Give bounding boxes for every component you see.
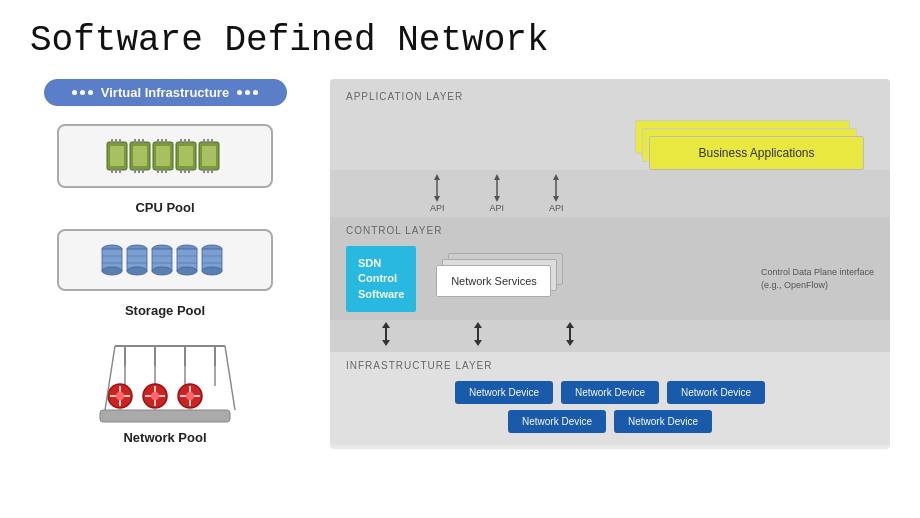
svg-rect-33	[202, 146, 216, 166]
vi-label: Virtual Infrastructure	[101, 85, 229, 100]
svg-marker-105	[474, 322, 482, 328]
svg-rect-6	[115, 169, 117, 173]
svg-rect-26	[180, 139, 182, 143]
network-device-4[interactable]: Network Device	[508, 410, 606, 433]
svg-rect-11	[138, 139, 140, 143]
banner-dots-right	[237, 90, 258, 95]
svg-rect-25	[179, 146, 193, 166]
infra-layer: INFRASTRUCTURE LAYER Network Device Netw…	[330, 352, 890, 445]
banner-dots-left	[72, 90, 93, 95]
network-pool-label: Network Pool	[123, 430, 206, 445]
cpu-pool-label: CPU Pool	[135, 200, 194, 215]
svg-marker-103	[382, 340, 390, 346]
svg-marker-108	[566, 322, 574, 328]
double-arrow-area	[376, 322, 396, 350]
svg-rect-18	[157, 139, 159, 143]
svg-rect-4	[119, 139, 121, 143]
network-device-5[interactable]: Network Device	[614, 410, 712, 433]
svg-marker-99	[553, 174, 559, 180]
svg-rect-21	[157, 169, 159, 173]
network-devices-row-1: Network Device Network Device Network De…	[346, 381, 874, 404]
svg-rect-22	[161, 169, 163, 173]
cpu-pool-box	[57, 124, 273, 188]
network-device-1[interactable]: Network Device	[455, 381, 553, 404]
virtual-infrastructure-banner: Virtual Infrastructure	[44, 79, 287, 106]
svg-rect-27	[184, 139, 186, 143]
content-area: Virtual Infrastructure	[30, 79, 890, 459]
svg-rect-2	[111, 139, 113, 143]
svg-rect-23	[165, 169, 167, 173]
svg-rect-17	[156, 146, 170, 166]
double-arrow-area-2	[468, 322, 488, 350]
sdn-box: SDN Control Software	[346, 246, 416, 312]
svg-marker-97	[494, 196, 500, 202]
svg-rect-28	[188, 139, 190, 143]
business-apps-label: Business Applications	[698, 146, 814, 160]
network-device-3[interactable]: Network Device	[667, 381, 765, 404]
svg-rect-39	[211, 169, 213, 173]
svg-rect-7	[119, 169, 121, 173]
network-services-label: Network Services	[451, 275, 537, 287]
api-arrow-3: API	[549, 174, 564, 213]
control-data-label: Control Data Plane interface(e.g., OpenF…	[761, 266, 874, 293]
svg-point-85	[186, 392, 194, 400]
api-row: API API API	[330, 170, 890, 217]
svg-point-57	[177, 267, 197, 275]
svg-rect-35	[207, 139, 209, 143]
sdn-label: SDN	[358, 256, 404, 271]
svg-rect-3	[115, 139, 117, 143]
svg-marker-106	[474, 340, 482, 346]
network-pool-svg	[85, 336, 245, 426]
network-devices-row-2: Network Device Network Device	[346, 410, 874, 433]
svg-point-62	[202, 267, 222, 275]
svg-point-42	[102, 267, 122, 275]
svg-marker-102	[382, 322, 390, 328]
svg-rect-10	[134, 139, 136, 143]
cpu-icons	[105, 136, 225, 176]
svg-rect-5	[111, 169, 113, 173]
svg-marker-100	[553, 196, 559, 202]
svg-line-88	[225, 346, 235, 410]
svg-rect-9	[133, 146, 147, 166]
api-arrow-1: API	[430, 174, 445, 213]
storage-pool-box	[57, 229, 273, 291]
svg-rect-14	[138, 169, 140, 173]
svg-rect-19	[161, 139, 163, 143]
double-arrows-row	[330, 320, 890, 352]
svg-point-47	[127, 267, 147, 275]
svg-rect-36	[211, 139, 213, 143]
api-arrow-2: API	[490, 174, 505, 213]
double-arrow-area-3	[560, 322, 580, 350]
control-layer-label: CONTROL LAYER	[346, 225, 874, 236]
left-panel: Virtual Infrastructure	[30, 79, 300, 459]
svg-rect-12	[142, 139, 144, 143]
infra-layer-label: INFRASTRUCTURE LAYER	[346, 360, 874, 371]
svg-rect-13	[134, 169, 136, 173]
app-layer-label: APPLICATION LAYER	[346, 91, 874, 102]
svg-rect-30	[184, 169, 186, 173]
right-panel: APPLICATION LAYER Business Applications …	[330, 79, 890, 449]
svg-point-77	[116, 392, 124, 400]
svg-point-52	[152, 267, 172, 275]
svg-marker-93	[434, 174, 440, 180]
svg-rect-37	[203, 169, 205, 173]
svg-rect-86	[100, 410, 230, 422]
network-device-2[interactable]: Network Device	[561, 381, 659, 404]
storage-pool-label: Storage Pool	[125, 303, 205, 318]
svg-point-81	[151, 392, 159, 400]
svg-rect-38	[207, 169, 209, 173]
app-layer: APPLICATION LAYER Business Applications	[330, 79, 890, 170]
svg-rect-15	[142, 169, 144, 173]
control-layer: CONTROL LAYER SDN Control Software Netwo…	[330, 217, 890, 320]
svg-marker-94	[434, 196, 440, 202]
storage-icons	[100, 241, 230, 279]
svg-marker-109	[566, 340, 574, 346]
network-pool-area: Network Pool	[85, 336, 245, 459]
svg-rect-20	[165, 139, 167, 143]
svg-rect-31	[188, 169, 190, 173]
page-title: Software Defined Network	[30, 20, 890, 61]
svg-marker-96	[494, 174, 500, 180]
svg-rect-34	[203, 139, 205, 143]
svg-rect-29	[180, 169, 182, 173]
svg-rect-1	[110, 146, 124, 166]
